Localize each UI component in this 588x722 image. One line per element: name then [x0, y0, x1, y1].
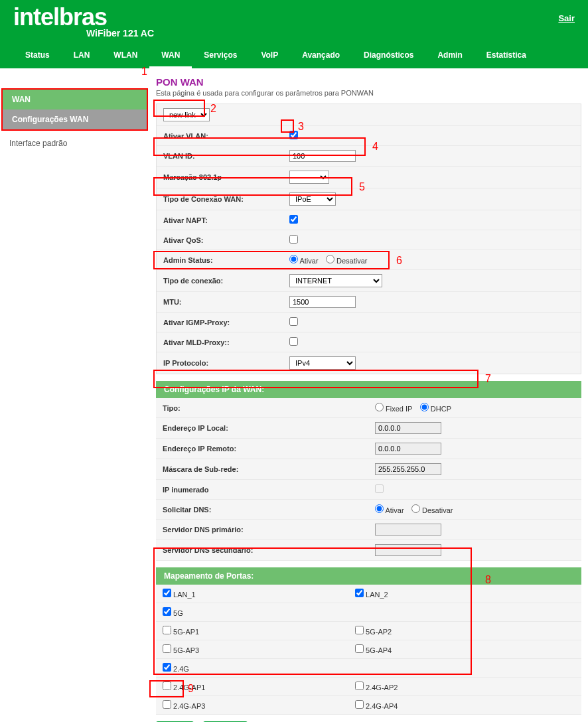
admin-ativar-radio[interactable] [289, 255, 298, 263]
nav-diagnosticos[interactable]: Diagnósticos [352, 44, 425, 68]
port-checkbox[interactable] [355, 626, 364, 634]
exit-link[interactable]: Sair [558, 13, 575, 23]
port-row: 5G-AP1 5G-AP2 [156, 622, 581, 640]
admin-desativar-text: Desativar [336, 257, 367, 265]
port-cell: 2.4G [156, 659, 348, 677]
page-title: PON WAN [156, 76, 581, 88]
mld-label: Ativar MLD-Proxy:: [163, 338, 289, 346]
napt-label: Ativar NAPT: [163, 216, 289, 224]
dns-desativar-text: Desativar [422, 506, 453, 514]
ipwan-panel: Tipo: Fixed IP DHCP Endereço IP Local: E… [156, 398, 581, 561]
port-cell: 5G-AP3 [156, 640, 348, 658]
header: intelbras WiFiber 121 AC Sair Status LAN… [0, 0, 588, 68]
sidebar-item-wan[interactable]: WAN [3, 90, 147, 109]
nav-wan[interactable]: WAN [149, 44, 192, 68]
dns2-label: Servidor DNS secundário: [163, 546, 375, 554]
link-select[interactable]: new link [163, 108, 210, 121]
port-checkbox[interactable] [355, 644, 364, 653]
port-cell: 5G [156, 603, 348, 621]
port-row: 2.4G-AP1 2.4G-AP2 [156, 678, 581, 696]
nav-estatistica[interactable]: Estatística [475, 44, 538, 68]
nav-status[interactable]: Status [13, 44, 62, 68]
port-checkbox[interactable] [163, 682, 171, 690]
port-checkbox[interactable] [163, 626, 171, 634]
ip-remoto-input [375, 443, 441, 455]
dns-ativar-radio[interactable] [375, 504, 384, 513]
port-cell: LAN_2 [348, 585, 541, 603]
sidebar-item-interface-padrao[interactable]: Interface padrão [0, 133, 149, 153]
dns2-input [375, 544, 441, 556]
port-cell: 2.4G-AP3 [156, 696, 348, 714]
tipo-wan-select[interactable]: IPoE [289, 192, 336, 206]
port-checkbox[interactable] [355, 682, 364, 690]
nav-wlan[interactable]: WLAN [102, 44, 149, 68]
ativar-vlan-checkbox[interactable] [289, 131, 298, 139]
dns1-label: Servidor DNS primário: [163, 526, 375, 534]
mask-label: Máscara de Sub-rede: [163, 465, 375, 473]
port-checkbox[interactable] [355, 700, 364, 709]
sidebar: WAN Configurações WAN Interface padrão [0, 68, 149, 722]
marcacao-select[interactable] [289, 171, 329, 184]
ipproto-label: IP Protocolo: [163, 359, 289, 367]
ports-header: Mapeamento de Portas: [156, 567, 581, 585]
admin-desativar-radio[interactable] [326, 255, 334, 263]
tipo-fixed-radio[interactable] [375, 403, 384, 411]
tipo-fixed-text: Fixed IP [386, 405, 412, 413]
ipproto-select[interactable]: IPv4 [289, 356, 356, 370]
tipo-conexao-label: Tipo de conexão: [163, 277, 289, 285]
dns-ativar-text: Ativar [385, 506, 404, 514]
dns-label: Solicitar DNS: [163, 506, 375, 514]
mtu-label: MTU: [163, 298, 289, 306]
mld-checkbox[interactable] [289, 337, 298, 346]
ip-local-input [375, 422, 441, 434]
mtu-input[interactable] [289, 296, 356, 308]
tipo-conexao-select[interactable]: INTERNET [289, 274, 382, 287]
port-cell [348, 603, 541, 621]
port-checkbox[interactable] [163, 644, 171, 653]
nav-servicos[interactable]: Serviços [192, 44, 249, 68]
dns1-input [375, 524, 441, 536]
content: PON WAN Esta página é usada para configu… [149, 68, 588, 722]
ativar-vlan-label: Ativar VLAN: [163, 132, 289, 140]
admin-status-label: Admin Status: [163, 256, 289, 264]
qos-label: Ativar QoS: [163, 236, 289, 244]
nav-lan[interactable]: LAN [62, 44, 102, 68]
port-row: 5G [156, 603, 581, 622]
ipwan-header: Configurações IP da WAN: [156, 381, 581, 398]
port-cell: 2.4G-AP1 [156, 678, 348, 695]
port-cell [348, 659, 541, 677]
port-checkbox[interactable] [163, 607, 171, 616]
igmp-checkbox[interactable] [289, 317, 298, 326]
port-cell: 2.4G-AP2 [348, 678, 541, 695]
ip-local-label: Endereço IP Local: [163, 424, 375, 432]
ip-remoto-label: Endereço IP Remoto: [163, 445, 375, 453]
tipo-dhcp-text: DHCP [431, 405, 451, 413]
port-row: 2.4G [156, 659, 581, 678]
qos-checkbox[interactable] [289, 235, 298, 244]
port-cell: 5G-AP2 [348, 622, 541, 640]
nav-avancado[interactable]: Avançado [290, 44, 352, 68]
main-nav: Status LAN WLAN WAN Serviços VoIP Avança… [13, 44, 575, 68]
igmp-label: Ativar IGMP-Proxy: [163, 319, 289, 326]
sidebar-highlight-box: WAN Configurações WAN [1, 88, 148, 131]
tipo-label: Tipo: [163, 404, 375, 412]
nav-admin[interactable]: Admin [425, 44, 474, 68]
marcacao-label: Marcação 802.1p [163, 173, 289, 181]
napt-checkbox[interactable] [289, 215, 298, 224]
dns-desativar-radio[interactable] [411, 504, 420, 513]
tipo-dhcp-radio[interactable] [420, 403, 429, 411]
inum-checkbox [375, 484, 384, 493]
port-checkbox[interactable] [355, 589, 364, 597]
port-cell: LAN_1 [156, 585, 348, 603]
port-row: 2.4G-AP3 2.4G-AP4 [156, 696, 581, 715]
port-checkbox[interactable] [163, 663, 171, 672]
port-cell: 2.4G-AP4 [348, 696, 541, 714]
port-row: 5G-AP3 5G-AP4 [156, 640, 581, 659]
nav-voip[interactable]: VoIP [249, 44, 290, 68]
model-label: WiFiber 121 AC [86, 28, 154, 38]
page-desc: Esta página é usada para configurar os p… [156, 89, 581, 97]
sidebar-item-config-wan[interactable]: Configurações WAN [3, 109, 147, 129]
vlan-id-input[interactable] [289, 150, 356, 162]
port-checkbox[interactable] [163, 589, 171, 597]
port-checkbox[interactable] [163, 700, 171, 709]
